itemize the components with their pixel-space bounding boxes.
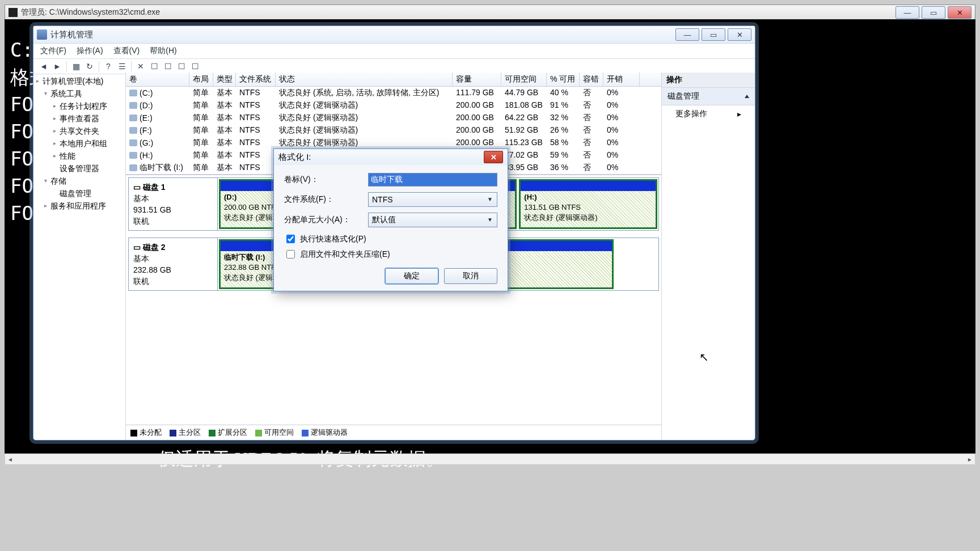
table-row[interactable]: (C:)简单基本NTFS状态良好 (系统, 启动, 活动, 故障转储, 主分区)… [126, 87, 661, 99]
chevron-down-icon: ▼ [485, 215, 495, 224]
outer-scrollbar[interactable]: ◄ ► [5, 453, 975, 465]
cmd-close-button[interactable]: ✕ [948, 6, 971, 19]
menu-action[interactable]: 操作(A) [77, 46, 103, 56]
more-actions[interactable]: 更多操作▸ [662, 105, 755, 122]
compression-label: 启用文件和文件夹压缩(E) [300, 249, 390, 260]
drive-icon [129, 164, 137, 171]
mgmt-title: 计算机管理 [50, 29, 675, 40]
tool-d-button[interactable]: ☐ [189, 61, 201, 72]
tree-localusers[interactable]: 本地用户和组 [60, 137, 107, 150]
view-list-button[interactable]: ☰ [116, 61, 128, 72]
cmd-minimize-button[interactable]: — [895, 6, 919, 19]
help-button[interactable]: ? [103, 61, 114, 72]
drive-icon [129, 115, 137, 121]
tree-root[interactable]: 计算机管理(本地) [43, 75, 103, 87]
table-row[interactable]: (D:)简单基本NTFS状态良好 (逻辑驱动器)200.00 GB181.08 … [126, 99, 661, 112]
cancel-button[interactable]: 取消 [444, 268, 497, 284]
quick-format-label: 执行快速格式化(P) [300, 234, 366, 244]
chevron-down-icon: ▼ [485, 194, 495, 204]
ok-button[interactable]: 确定 [385, 268, 438, 284]
cmd-maximize-button[interactable]: ▭ [922, 6, 945, 19]
drive-icon [129, 90, 137, 96]
mgmt-tree[interactable]: ▸计算机管理(本地) ▾系统工具 ▸任务计划程序 ▸事件查看器 ▸共享文件夹 ▸… [33, 73, 126, 440]
mgmt-close-button[interactable]: ✕ [728, 28, 751, 41]
tool-b-button[interactable]: ☐ [162, 61, 174, 72]
mgmt-minimize-button[interactable]: — [675, 28, 699, 41]
tree-diskmgmt[interactable]: 磁盘管理 [60, 187, 91, 200]
dialog-title: 格式化 I: [278, 152, 484, 163]
drive-icon [129, 127, 137, 134]
volume-label-input[interactable] [368, 173, 497, 187]
collapse-icon [745, 95, 749, 98]
table-row[interactable]: (G:)简单基本NTFS状态良好 (逻辑驱动器)200.00 GB115.23 … [126, 137, 661, 149]
table-row[interactable]: (E:)简单基本NTFS状态良好 (逻辑驱动器)200.00 GB64.22 G… [126, 112, 661, 124]
tool-a-button[interactable]: ☐ [149, 61, 160, 72]
partition[interactable]: (H:)131.51 GB NTFS状态良好 (逻辑驱动器) [519, 179, 657, 229]
disk-info: ▭ 磁盘 2 基本 232.88 GB 联机 [129, 238, 218, 290]
tree-tasksched[interactable]: 任务计划程序 [60, 100, 107, 112]
tree-shared[interactable]: 共享文件夹 [60, 125, 99, 137]
menu-file[interactable]: 文件(F) [40, 46, 66, 56]
table-row[interactable]: (F:)简单基本NTFS状态良好 (逻辑驱动器)200.00 GB51.92 G… [126, 124, 661, 137]
disk-info: ▭ 磁盘 1 基本 931.51 GB 联机 [129, 178, 218, 230]
refresh-button[interactable]: ↻ [84, 61, 95, 72]
tree-storage[interactable]: 存储 [50, 175, 66, 187]
cmd-titlebar[interactable]: 管理员: C:\Windows\system32\cmd.exe — ▭ ✕ [5, 5, 975, 20]
tree-devmgr[interactable]: 设备管理器 [60, 162, 99, 175]
tool-c-button[interactable]: ☐ [176, 61, 187, 72]
menu-help[interactable]: 帮助(H) [150, 46, 176, 56]
delete-button[interactable]: ✕ [135, 61, 146, 72]
tree-perf[interactable]: 性能 [60, 150, 75, 162]
chevron-right-icon: ▸ [737, 109, 741, 118]
volumes-header: 卷布局类型文件系统状态容量可用空间% 可用容错开销 [126, 73, 661, 87]
format-dialog: 格式化 I: ✕ 卷标(V)： 文件系统(F)： NTFS▼ 分配单元大小(A)… [273, 149, 508, 291]
legend-bar: 未分配 主分区 扩展分区 可用空间 逻辑驱动器 [126, 425, 661, 440]
tree-services[interactable]: 服务和应用程序 [50, 200, 106, 212]
fs-label: 文件系统(F)： [284, 194, 368, 205]
mgmt-maximize-button[interactable]: ▭ [702, 28, 725, 41]
actions-group[interactable]: 磁盘管理 [662, 88, 755, 105]
properties-button[interactable]: ▦ [70, 61, 82, 72]
menu-view[interactable]: 查看(V) [113, 46, 140, 56]
alloc-label: 分配单元大小(A)： [284, 215, 368, 225]
drive-icon [129, 102, 137, 109]
back-button[interactable]: ◄ [38, 61, 49, 72]
cmd-title: 管理员: C:\Windows\system32\cmd.exe [21, 7, 895, 18]
mgmt-titlebar[interactable]: 计算机管理 — ▭ ✕ [33, 26, 755, 44]
actions-pane: 操作 磁盘管理 更多操作▸ [662, 73, 755, 440]
tree-systools[interactable]: 系统工具 [50, 87, 82, 100]
mgmt-toolbar: ◄ ► ▦ ↻ ? ☰ ✕ ☐ ☐ ☐ ☐ [33, 59, 755, 74]
drive-icon [129, 152, 137, 159]
mgmt-menubar[interactable]: 文件(F) 操作(A) 查看(V) 帮助(H) [33, 44, 755, 59]
dialog-close-button[interactable]: ✕ [484, 151, 503, 163]
dialog-titlebar[interactable]: 格式化 I: ✕ [274, 149, 508, 165]
cmd-icon [9, 8, 18, 17]
quick-format-checkbox[interactable] [286, 235, 295, 243]
vol-label: 卷标(V)： [284, 175, 368, 185]
drive-icon [129, 139, 137, 146]
filesystem-select[interactable]: NTFS▼ [368, 192, 497, 207]
actions-header: 操作 [662, 73, 755, 88]
forward-button[interactable]: ► [52, 61, 63, 72]
mgmt-icon [37, 29, 47, 40]
allocation-select[interactable]: 默认值▼ [368, 213, 497, 227]
tree-eventviewer[interactable]: 事件查看器 [60, 112, 99, 125]
compression-checkbox[interactable] [286, 250, 295, 258]
